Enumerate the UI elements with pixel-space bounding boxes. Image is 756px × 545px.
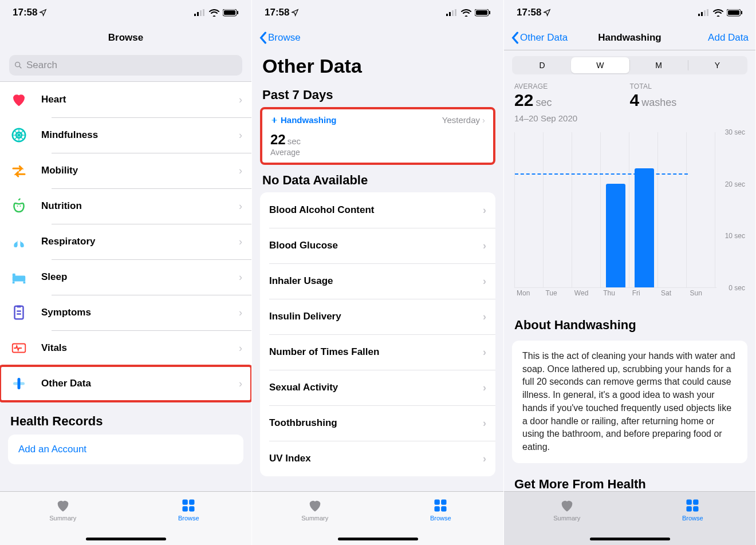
svg-line-8	[19, 66, 21, 68]
mobility-icon	[10, 162, 41, 179]
svg-rect-39	[435, 506, 440, 511]
search-input[interactable]: Search	[9, 55, 242, 76]
svg-rect-30	[452, 10, 454, 16]
chevron-right-icon: ›	[239, 342, 251, 354]
home-indicator[interactable]	[86, 538, 166, 540]
handwashing-sub: Average	[270, 148, 485, 157]
cellular-icon	[194, 9, 206, 16]
page-title: Browse	[0, 32, 251, 44]
get-more-header: Get More From Health	[504, 467, 755, 491]
handwashing-chart[interactable]: 30 sec 20 sec 10 sec 0 sec MonTueWedThuF…	[514, 128, 745, 301]
segment-d[interactable]: D	[513, 57, 571, 73]
other-data-icon	[270, 116, 278, 124]
segment-y[interactable]: Y	[688, 57, 746, 73]
svg-rect-0	[194, 14, 196, 16]
wifi-icon	[209, 9, 219, 17]
total-label: TOTAL	[630, 82, 746, 90]
ytick: 0 sec	[729, 284, 745, 292]
range-segmented-control[interactable]: D W M Y	[512, 56, 747, 74]
item-times-fallen[interactable]: Number of Times Fallen›	[260, 334, 495, 370]
chart-bar[interactable]	[606, 184, 625, 287]
xtick: Thu	[601, 289, 629, 301]
svg-rect-29	[449, 12, 451, 16]
svg-rect-51	[693, 506, 698, 511]
back-button[interactable]: Other Data	[511, 31, 568, 44]
category-mindfulness[interactable]: Mindfulness ›	[0, 117, 251, 153]
chevron-right-icon: ›	[239, 271, 251, 283]
wifi-icon	[713, 9, 723, 17]
add-account-button[interactable]: Add an Account	[8, 435, 243, 464]
category-sleep[interactable]: Sleep ›	[0, 259, 251, 295]
home-indicator[interactable]	[590, 538, 670, 540]
xtick: Sat	[659, 289, 687, 301]
category-heart[interactable]: Heart ›	[0, 82, 251, 117]
item-inhaler-usage[interactable]: Inhaler Usage›	[260, 263, 495, 299]
ytick: 30 sec	[725, 128, 745, 136]
grid-tab-icon	[684, 497, 701, 514]
battery-icon	[475, 9, 491, 17]
svg-rect-13	[13, 276, 26, 282]
ytick: 10 sec	[725, 232, 745, 240]
status-bar: 17:58	[504, 0, 755, 25]
svg-rect-28	[446, 14, 448, 16]
back-button[interactable]: Browse	[259, 31, 301, 44]
chevron-right-icon: ›	[239, 200, 251, 212]
tab-bar: Summary Browse	[0, 491, 251, 545]
svg-rect-2	[200, 10, 202, 16]
svg-rect-24	[183, 500, 188, 505]
svg-rect-26	[183, 506, 188, 511]
vitals-icon	[10, 339, 41, 357]
svg-rect-14	[13, 274, 15, 277]
segment-w[interactable]: W	[571, 57, 629, 73]
page-title: Other Data	[252, 50, 503, 80]
chevron-right-icon: ›	[483, 204, 486, 216]
item-blood-glucose[interactable]: Blood Glucose›	[260, 228, 495, 263]
tab-bar: Summary Browse	[504, 491, 755, 545]
about-body: This is the act of cleaning your hands w…	[512, 341, 747, 463]
category-symptoms[interactable]: Symptoms ›	[0, 295, 251, 330]
health-records-header: Health Records	[0, 401, 251, 435]
chevron-right-icon: ›	[239, 307, 251, 319]
browse-screen: 17:58 Browse Search Heart › Mindfulness	[0, 0, 252, 545]
svg-rect-40	[441, 506, 446, 511]
svg-point-7	[15, 62, 20, 67]
category-nutrition[interactable]: Nutrition ›	[0, 188, 251, 224]
item-uv-index[interactable]: UV Index›	[260, 441, 495, 476]
handwashing-label: Handwashing	[281, 115, 337, 125]
item-blood-alcohol[interactable]: Blood Alcohol Content›	[260, 192, 495, 228]
mindfulness-icon	[10, 127, 41, 144]
symptoms-icon	[10, 304, 41, 321]
segment-m[interactable]: M	[630, 57, 688, 73]
status-time: 17:58	[517, 7, 541, 18]
xtick: Sun	[688, 289, 716, 301]
category-mobility[interactable]: Mobility ›	[0, 153, 251, 188]
svg-rect-36	[274, 117, 275, 123]
home-indicator[interactable]	[338, 538, 418, 540]
add-data-button[interactable]: Add Data	[708, 32, 749, 44]
item-toothbrushing[interactable]: Toothbrushing›	[260, 405, 495, 441]
heart-icon	[10, 91, 41, 108]
svg-rect-6	[237, 11, 238, 14]
category-respiratory[interactable]: Respiratory ›	[0, 224, 251, 259]
item-insulin-delivery[interactable]: Insulin Delivery›	[260, 299, 495, 334]
svg-point-12	[20, 206, 21, 207]
svg-rect-49	[693, 500, 698, 505]
handwashing-card[interactable]: Handwashing Yesterday› 22sec Average	[260, 107, 495, 165]
chart-bar[interactable]	[635, 168, 654, 287]
svg-rect-16	[23, 282, 26, 284]
chevron-right-icon: ›	[483, 240, 486, 252]
handwashing-value: 22	[270, 132, 286, 148]
grid-tab-icon	[432, 497, 449, 514]
xtick: Fri	[630, 289, 659, 301]
status-time: 17:58	[13, 7, 37, 18]
item-sexual-activity[interactable]: Sexual Activity›	[260, 370, 495, 405]
svg-rect-1	[197, 12, 199, 16]
sleep-icon	[10, 268, 41, 286]
chevron-right-icon: ›	[483, 453, 486, 465]
heart-tab-icon	[54, 497, 72, 514]
category-vitals[interactable]: Vitals ›	[0, 330, 251, 366]
search-icon	[14, 61, 23, 70]
svg-rect-41	[698, 14, 700, 16]
category-other-data[interactable]: Other Data ›	[0, 366, 251, 401]
about-header: About Handwashing	[504, 301, 755, 337]
